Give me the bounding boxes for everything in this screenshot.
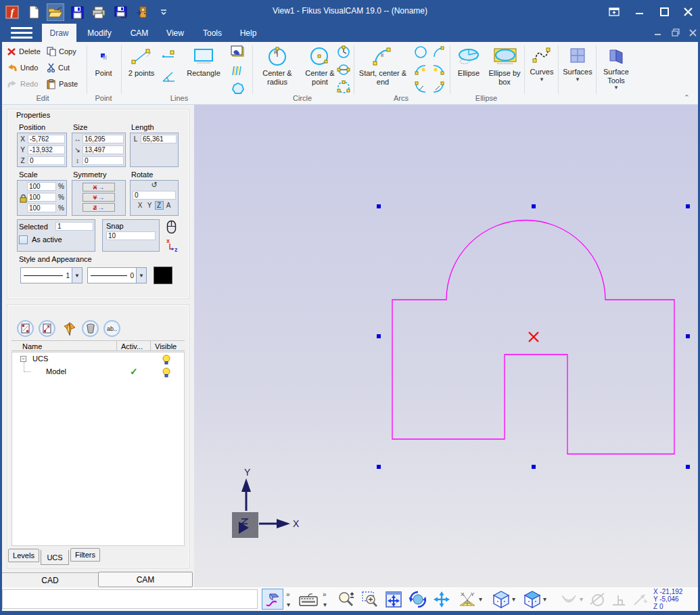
- symmetry-z-button[interactable]: Z→: [83, 203, 115, 212]
- delete-ucs-trash-icon[interactable]: [82, 320, 99, 337]
- surface-tools-button[interactable]: Surface Tools ▾: [599, 45, 634, 96]
- tab-view[interactable]: View: [160, 24, 191, 42]
- snap-input[interactable]: [106, 231, 156, 240]
- paste-button[interactable]: Paste: [47, 77, 78, 91]
- selection-handle[interactable]: [377, 334, 381, 338]
- tab-modify[interactable]: Modify: [79, 24, 120, 42]
- dropdown-caret-icon[interactable]: ▾: [580, 595, 583, 603]
- arc-variant-icon[interactable]: [413, 62, 428, 77]
- surfaces-dropdown-caret-icon[interactable]: ▾: [576, 76, 580, 83]
- command-prompt-area[interactable]: [2, 589, 258, 609]
- surfaces-button[interactable]: Surfaces ▾: [561, 45, 594, 96]
- tab-cam[interactable]: CAM: [125, 24, 154, 42]
- tab-levels[interactable]: Levels: [8, 549, 39, 562]
- arc-variant-icon[interactable]: [431, 62, 446, 77]
- rectangle-button[interactable]: Rectangle: [181, 45, 227, 92]
- close-button[interactable]: [678, 4, 697, 19]
- pan-button[interactable]: [431, 589, 452, 610]
- line-style-caret-icon[interactable]: ▼: [136, 268, 146, 283]
- tab-tools[interactable]: Tools: [197, 24, 228, 42]
- horizontal-line-icon[interactable]: [162, 47, 177, 62]
- curves-button[interactable]: Curves ▾: [527, 45, 557, 96]
- undo-button[interactable]: Undo: [7, 61, 38, 74]
- tab-help[interactable]: Help: [234, 24, 262, 42]
- selection-handle[interactable]: [532, 465, 536, 469]
- expand-chevron-icon[interactable]: »: [286, 591, 290, 598]
- color-swatch[interactable]: [154, 267, 172, 284]
- view-plane-xy-button[interactable]: XY: [457, 589, 478, 610]
- surface-tools-dropdown-caret-icon[interactable]: ▾: [615, 85, 618, 91]
- visible-bulb-icon[interactable]: [162, 355, 170, 365]
- column-header-visible[interactable]: Visible: [155, 342, 177, 350]
- new-ucs-by-geometry-icon[interactable]: [39, 320, 55, 337]
- pin-window-icon[interactable]: [605, 4, 624, 19]
- tree-row-ucs[interactable]: − UCS: [12, 354, 184, 365]
- curves-dropdown-caret-icon[interactable]: ▾: [540, 76, 544, 83]
- mdi-close-icon[interactable]: [685, 26, 700, 39]
- rotate-axis-z-button[interactable]: Z: [155, 201, 164, 210]
- rotate-view-button[interactable]: [406, 589, 428, 610]
- mdi-restore-icon[interactable]: [668, 26, 683, 39]
- xz-axes-icon[interactable]: x z: [164, 237, 179, 253]
- copy-button[interactable]: Copy: [47, 45, 76, 58]
- selection-handle[interactable]: [377, 465, 381, 469]
- arc-variant-icon[interactable]: [413, 45, 428, 60]
- rotate-icon[interactable]: ↺: [131, 181, 178, 190]
- dropdown-caret-icon[interactable]: ▾: [543, 595, 546, 603]
- column-header-active[interactable]: Activ...: [121, 342, 143, 350]
- angle-line-icon[interactable]: [162, 69, 177, 84]
- tab-filters[interactable]: Filters: [70, 548, 100, 562]
- dropdown-caret-icon[interactable]: ▾: [512, 595, 515, 603]
- circle-3-points-icon[interactable]: [336, 80, 351, 95]
- arc-start-center-end-button[interactable]: II Start, center & end: [356, 45, 409, 92]
- mouse-icon[interactable]: [166, 220, 177, 234]
- maximize-button[interactable]: [655, 4, 674, 19]
- dropdown-caret-icon[interactable]: ▾: [323, 601, 327, 608]
- rotate-axis-a-button[interactable]: A: [164, 201, 173, 210]
- drawing-canvas[interactable]: Y X: [194, 105, 698, 587]
- snap-mode-button[interactable]: [558, 589, 580, 610]
- ucs-planes-icon[interactable]: [60, 320, 77, 337]
- length-input[interactable]: [141, 135, 177, 143]
- expand-chevron-icon[interactable]: »: [323, 591, 327, 598]
- rename-icon[interactable]: ab..: [103, 320, 120, 337]
- ellipse-by-box-button[interactable]: Ellipse by box: [486, 45, 523, 92]
- size-height-input[interactable]: [83, 145, 124, 154]
- new-ucs-icon[interactable]: [17, 320, 34, 337]
- zoom-fit-button[interactable]: [383, 589, 404, 610]
- zoom-window-button[interactable]: [359, 589, 381, 610]
- dropdown-caret-icon[interactable]: ▾: [479, 595, 482, 603]
- rotate-axis-x-button[interactable]: X: [136, 201, 145, 210]
- select-entity-button[interactable]: [262, 589, 283, 610]
- position-z-input[interactable]: [28, 156, 65, 165]
- dropdown-caret-icon[interactable]: ▾: [287, 601, 290, 608]
- mdi-minimize-icon[interactable]: [651, 26, 666, 39]
- line-width-caret-icon[interactable]: ▼: [72, 268, 82, 283]
- rotate-axis-y-button[interactable]: Y: [145, 201, 154, 210]
- iso-view-2-button[interactable]: [521, 589, 543, 610]
- circle-center-point-button[interactable]: Center & point: [301, 45, 339, 92]
- size-width-input[interactable]: [83, 135, 124, 143]
- multiline-icon[interactable]: [231, 64, 246, 78]
- tree-node-ucs[interactable]: UCS: [32, 355, 48, 363]
- arc-variant-icon[interactable]: [431, 80, 446, 95]
- as-active-checkbox[interactable]: [19, 235, 28, 244]
- selection-handle[interactable]: [532, 204, 536, 208]
- active-check-icon[interactable]: ✓: [130, 366, 138, 377]
- hamburger-menu-icon[interactable]: [11, 27, 32, 39]
- redo-button[interactable]: Redo: [7, 77, 38, 91]
- tab-ucs[interactable]: UCS: [41, 549, 69, 565]
- scale-z-input[interactable]: [27, 204, 56, 212]
- tree-node-model[interactable]: Model: [46, 367, 66, 375]
- tree-row-model[interactable]: Model ✓: [12, 366, 184, 378]
- ellipse-button[interactable]: Ellipse: [452, 45, 485, 92]
- iso-view-button[interactable]: [490, 589, 512, 610]
- selection-handle[interactable]: [686, 204, 690, 208]
- arc-variant-icon[interactable]: [413, 80, 428, 95]
- selection-handle[interactable]: [377, 204, 381, 208]
- circle-center-radius-button[interactable]: R Center & radius: [255, 45, 300, 92]
- size-depth-input[interactable]: [83, 156, 124, 165]
- position-x-input[interactable]: [28, 135, 65, 143]
- line-style-combo[interactable]: 0 ▼: [87, 267, 147, 283]
- ribbon-collapse-chevron-icon[interactable]: ⌃: [684, 93, 690, 102]
